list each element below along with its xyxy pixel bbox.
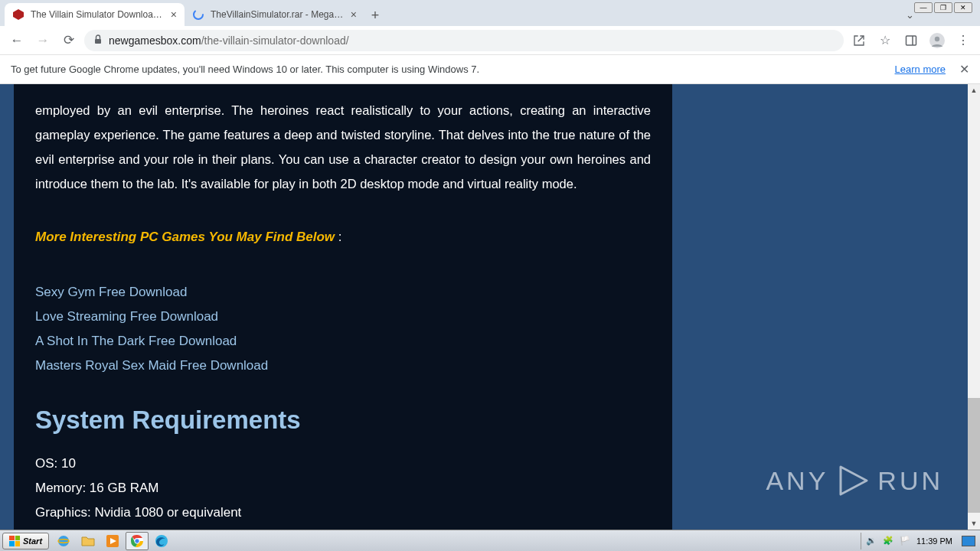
system-requirements-heading: System Requirements [35,406,651,435]
svg-marker-0 [13,9,24,20]
side-panel-icon[interactable] [900,30,922,51]
scrollbar-thumb[interactable] [968,398,980,513]
taskbar-explorer-icon[interactable] [77,532,100,550]
address-bar: ← → ⟳ newgamesbox.com/the-villain-simula… [0,26,980,55]
taskbar-edge-icon[interactable] [150,532,173,550]
tab-megaup[interactable]: TheVillainSimulator.rar - MegaUp × [185,3,364,26]
update-infobar: To get future Google Chrome updates, you… [0,55,980,84]
taskbar-chrome-icon[interactable] [126,532,149,550]
window-maximize-button[interactable]: ❐ [934,2,952,13]
scroll-down-button[interactable]: ▼ [968,517,980,530]
scroll-up-button[interactable]: ▲ [968,84,980,96]
clock[interactable]: 11:39 PM [916,536,952,546]
url-text: newgamesbox.com/the-villain-simulator-do… [109,34,349,47]
close-icon[interactable]: × [351,8,357,21]
more-games-heading: More Interesting PC Games You May Find B… [35,230,651,245]
bookmark-icon[interactable]: ☆ [874,30,896,51]
link[interactable]: Sexy Gym Free Download [35,280,651,305]
lock-icon [93,34,103,47]
related-links: Sexy Gym Free Download Love Streaming Fr… [35,280,651,378]
loading-spinner-icon [192,8,204,21]
tab-title: The Villain Simulator Download Free | [31,9,165,20]
svg-rect-3 [906,36,916,45]
show-desktop-icon[interactable] [962,536,975,546]
tab-villain-simulator[interactable]: The Villain Simulator Download Free | × [5,3,185,26]
reload-button[interactable]: ⟳ [58,30,80,51]
article-body: employed by an evil enterprise. The hero… [35,98,651,196]
tray-icon[interactable]: 🧩 [883,536,893,546]
window-close-button[interactable]: ✕ [954,2,972,13]
requirement-line: Graphics: Nvidia 1080 or equivalent [35,500,651,525]
svg-point-8 [58,536,69,546]
share-icon[interactable] [848,30,870,51]
anyrun-watermark: ANY RUN [766,464,943,497]
article-content: employed by an evil enterprise. The hero… [14,84,672,530]
forward-button[interactable]: → [32,30,54,51]
svg-rect-2 [95,39,101,44]
window-minimize-button[interactable]: — [914,2,933,13]
svg-point-6 [935,36,939,41]
tab-title: TheVillainSimulator.rar - MegaUp [211,9,345,20]
start-button[interactable]: Start [2,533,49,549]
taskbar-ie-icon[interactable] [52,532,75,550]
taskbar-media-icon[interactable] [101,532,124,550]
link[interactable]: Masters Royal Sex Maid Free Download [35,354,651,378]
back-button[interactable]: ← [6,30,28,51]
infobar-text: To get future Google Chrome updates, you… [11,64,479,75]
tab-bar: The Villain Simulator Download Free | × … [0,0,980,26]
svg-point-1 [194,10,203,19]
play-icon [836,464,870,497]
menu-icon[interactable]: ⋮ [952,30,974,51]
system-tray: 🔉 🧩 🏳️ 11:39 PM [861,533,980,549]
favicon-icon [12,8,24,21]
close-icon[interactable]: ✕ [959,62,969,77]
profile-icon[interactable] [926,30,948,51]
url-input[interactable]: newgamesbox.com/the-villain-simulator-do… [84,30,844,51]
windows-logo-icon [9,536,20,546]
page-viewport: employed by an evil enterprise. The hero… [0,84,980,530]
new-tab-button[interactable]: + [364,5,386,26]
requirement-line: Memory: 16 GB RAM [35,476,651,500]
flag-icon[interactable]: 🏳️ [900,536,910,546]
learn-more-link[interactable]: Learn more [895,64,946,75]
svg-point-13 [135,538,139,543]
chevron-down-icon[interactable]: ⌄ [906,9,914,21]
close-icon[interactable]: × [171,8,177,21]
taskbar: Start 🔉 🧩 🏳️ 11:39 PM [0,530,980,551]
svg-marker-7 [841,467,867,494]
link[interactable]: Love Streaming Free Download [35,305,651,329]
requirement-line: OS: 10 [35,452,651,476]
link[interactable]: A Shot In The Dark Free Download [35,329,651,354]
volume-icon[interactable]: 🔉 [866,536,877,546]
